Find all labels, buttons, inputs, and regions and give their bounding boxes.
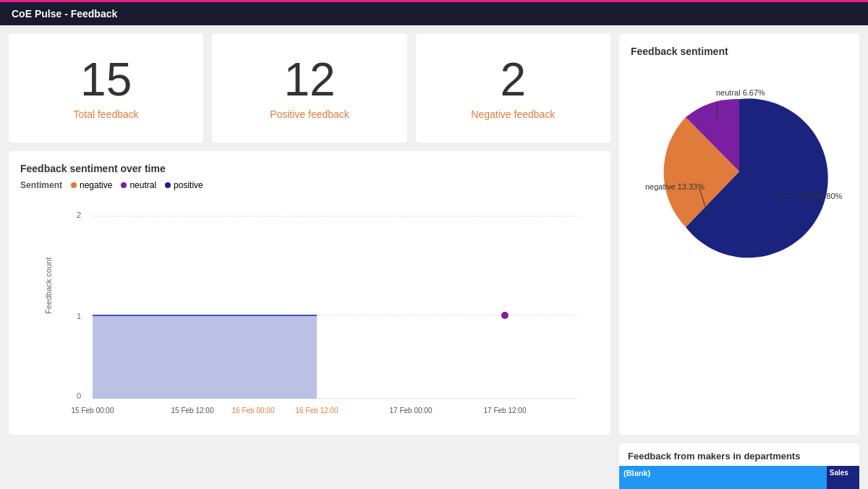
positive-feedback-label: Positive feedback [270, 109, 349, 120]
dept-blank-label: (Blank) [624, 469, 650, 477]
total-feedback-label: Total feedback [74, 109, 139, 120]
dept-chart-title: Feedback from makers in departments [619, 443, 859, 466]
x-label-0: 15 Feb 00:00 [72, 407, 114, 414]
sentiment-legend-label: Sentiment [20, 180, 62, 190]
pie-chart-svg: positive 80% negative 13.33% neutral 6.6… [631, 70, 848, 273]
sentiment-legend: Sentiment negative neutral positive [20, 180, 599, 190]
negative-feedback-label: Negative feedback [471, 109, 555, 120]
y-label-0: 0 [77, 391, 81, 400]
legend-neutral: neutral [121, 180, 156, 190]
y-label-2: 2 [77, 211, 81, 219]
pie-chart-card: Feedback sentiment positive 80% negative… [619, 34, 859, 435]
legend-text-negative: negative [80, 180, 112, 190]
legend-dot-negative [71, 182, 77, 188]
pie-label-negative: negative 13.33% [645, 182, 705, 191]
pie-label-positive: positive 80% [797, 192, 843, 200]
top-bar: CoE Pulse - Feedback [0, 0, 868, 25]
dept-bar-sales-top: Sales 1 [827, 466, 859, 489]
legend-positive: positive [165, 180, 203, 190]
dept-chart-card: Feedback from makers in departments (Bla… [619, 443, 859, 489]
x-label-1: 15 Feb 12:00 [171, 407, 214, 414]
y-label-1: 1 [77, 312, 81, 320]
x-label-5: 17 Feb 12:00 [484, 407, 527, 414]
x-label-3: 16 Feb 12:00 [296, 407, 339, 414]
positive-feedback-card: 12 Positive feedback [212, 34, 407, 143]
negative-feedback-card: 2 Negative feedback [416, 34, 610, 143]
negative-feedback-number: 2 [501, 56, 527, 103]
pie-label-neutral: neutral 6.67% [716, 88, 765, 97]
legend-text-positive: positive [174, 180, 203, 190]
legend-text-neutral: neutral [129, 180, 156, 190]
pie-chart-title: Feedback sentiment [631, 46, 848, 57]
total-feedback-card: 15 Total feedback [9, 34, 203, 143]
sentiment-chart-title: Feedback sentiment over time [20, 163, 599, 174]
legend-dot-neutral [121, 182, 127, 188]
dept-bar-blank: (Blank) 13 [619, 466, 827, 489]
sentiment-chart-card: Feedback sentiment over time Sentiment n… [9, 151, 610, 435]
y-axis-label: Feedback count [44, 258, 53, 314]
pie-chart-container: positive 80% negative 13.33% neutral 6.6… [631, 63, 848, 280]
dept-sales-col: Sales 1 Sales ... 1 [827, 466, 859, 489]
chart-wrapper: Feedback count 2 1 0 15 Feb 00:00 15 Feb… [20, 196, 599, 423]
x-label-2: 16 Feb 00:00 [232, 407, 275, 414]
positive-feedback-number: 12 [284, 56, 335, 103]
legend-negative: negative [71, 180, 112, 190]
x-label-4: 17 Feb 00:00 [390, 407, 433, 414]
page-title: CoE Pulse - Feedback [12, 8, 117, 20]
area-fill [93, 315, 317, 399]
line-chart-svg: 2 1 0 15 Feb 00:00 15 Feb 12:00 16 Feb 0… [49, 196, 599, 420]
dept-sales-label: Sales [830, 469, 856, 477]
total-feedback-number: 15 [80, 56, 132, 103]
legend-dot-positive [165, 182, 171, 188]
dept-treemap: (Blank) 13 Sales 1 Sales ... 1 [619, 466, 859, 489]
neutral-dot [501, 312, 509, 319]
